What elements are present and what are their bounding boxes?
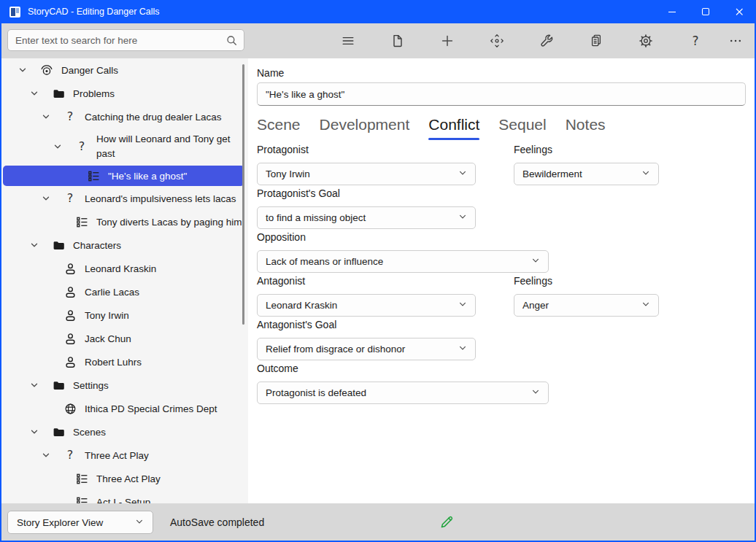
view-selector-value: Story Explorer View bbox=[17, 517, 103, 528]
tree-item-label: Ithica PD Special Crimes Dept bbox=[85, 403, 217, 414]
antagonist-value: Leonard Kraskin bbox=[266, 300, 337, 311]
tree-item[interactable]: Problems bbox=[0, 82, 248, 105]
copy-icon bbox=[589, 34, 603, 48]
editor-pane: Name SceneDevelopmentConflictSequelNotes… bbox=[248, 58, 756, 503]
search-icon[interactable] bbox=[226, 35, 237, 46]
settings-button[interactable] bbox=[631, 26, 660, 55]
chevron-down-icon[interactable] bbox=[29, 427, 39, 436]
help-button[interactable]: ? bbox=[681, 26, 710, 55]
minimize-button[interactable] bbox=[655, 0, 689, 23]
tree-item-label: Jack Chun bbox=[85, 333, 131, 344]
chevron-down-icon[interactable] bbox=[53, 142, 63, 151]
character-icon bbox=[63, 309, 77, 322]
view-selector[interactable]: Story Explorer View bbox=[7, 511, 153, 534]
tab-bar: SceneDevelopmentConflictSequelNotes bbox=[257, 115, 606, 140]
new-file-button[interactable] bbox=[383, 26, 412, 55]
scene-icon bbox=[87, 170, 100, 182]
tree-item-label: Danger Calls bbox=[61, 65, 118, 76]
name-input[interactable] bbox=[257, 82, 746, 106]
tree-item[interactable]: Robert Luhrs bbox=[0, 350, 248, 373]
antagonist-feelings-dropdown[interactable]: Anger bbox=[514, 294, 659, 317]
protagonist-dropdown[interactable]: Tony Irwin bbox=[257, 163, 476, 185]
tools-icon bbox=[539, 34, 554, 48]
move-button[interactable] bbox=[482, 26, 512, 55]
tree-item[interactable]: ?Three Act Play bbox=[0, 444, 248, 467]
tab-development[interactable]: Development bbox=[320, 115, 410, 140]
edit-pencil-button[interactable] bbox=[439, 514, 455, 530]
tree-item[interactable]: Settings bbox=[0, 373, 248, 397]
protagonist-goal-dropdown[interactable]: to find a missing object bbox=[257, 206, 476, 229]
tree-item[interactable]: Ithica PD Special Crimes Dept bbox=[0, 397, 248, 420]
folder-icon bbox=[52, 239, 65, 252]
move-icon bbox=[490, 34, 504, 48]
outcome-field: Outcome Protagonist is defeated bbox=[257, 363, 549, 404]
tree-item[interactable]: Characters bbox=[0, 233, 248, 257]
more-button[interactable] bbox=[721, 26, 750, 55]
character-icon bbox=[63, 263, 77, 275]
maximize-button[interactable] bbox=[689, 0, 722, 23]
antagonist-field: Antagonist Leonard Kraskin bbox=[257, 275, 476, 317]
tree-item-label: How will Leonard and Tony get past bbox=[96, 132, 242, 160]
tree-item-label: Settings bbox=[73, 380, 109, 391]
protagonist-goal-field: Protagonist's Goal to find a missing obj… bbox=[257, 187, 476, 229]
chevron-down-icon bbox=[458, 212, 467, 223]
tree-item-label: Catching the drug dealer Lacas bbox=[85, 112, 222, 123]
navigation-tree-panel: Danger CallsProblems?Catching the drug d… bbox=[0, 58, 248, 503]
antagonist-dropdown[interactable]: Leonard Kraskin bbox=[257, 294, 476, 317]
menu-button[interactable] bbox=[333, 26, 363, 55]
tree-item-label: Carlie Lacas bbox=[85, 287, 139, 298]
tab-sequel[interactable]: Sequel bbox=[498, 115, 546, 140]
tab-scene[interactable]: Scene bbox=[257, 115, 301, 140]
chevron-down-icon[interactable] bbox=[41, 194, 51, 203]
tree-item[interactable]: Scenes bbox=[0, 420, 248, 444]
antagonist-goal-label: Antagonist's Goal bbox=[257, 319, 476, 330]
close-button[interactable] bbox=[722, 0, 756, 23]
tree-item[interactable]: ?Catching the drug dealer Lacas bbox=[0, 105, 248, 128]
tree-item[interactable]: ?How will Leonard and Tony get past bbox=[0, 128, 248, 165]
chevron-down-icon[interactable] bbox=[18, 66, 28, 74]
tools-button[interactable] bbox=[532, 26, 561, 55]
outcome-dropdown[interactable]: Protagonist is defeated bbox=[257, 382, 549, 404]
antagonist-goal-field: Antagonist's Goal Relief from disgrace o… bbox=[257, 319, 476, 360]
opposition-dropdown[interactable]: Lack of means or influence bbox=[257, 250, 549, 273]
problem-icon: ? bbox=[75, 141, 88, 152]
tab-notes[interactable]: Notes bbox=[566, 115, 606, 140]
tree-item-label: Tony Irwin bbox=[85, 310, 129, 321]
add-button[interactable] bbox=[433, 26, 462, 55]
chevron-down-icon[interactable] bbox=[41, 451, 51, 460]
tree-item[interactable]: Tony diverts Lacas by paging him bbox=[0, 210, 248, 233]
chevron-down-icon[interactable] bbox=[41, 112, 51, 121]
storycad-window: StoryCAD - Editing Danger Calls ? Danger… bbox=[0, 0, 756, 542]
search-input[interactable] bbox=[8, 35, 226, 46]
tree-item[interactable]: Leonard Kraskin bbox=[0, 257, 248, 280]
antagonist-goal-dropdown[interactable]: Relief from disgrace or dishonor bbox=[257, 338, 476, 360]
antagonist-label: Antagonist bbox=[257, 275, 476, 287]
character-icon bbox=[63, 286, 77, 298]
tree-item[interactable]: ?Leonard's impulsiveness lets lacas bbox=[0, 187, 248, 210]
problem-icon: ? bbox=[63, 449, 77, 461]
add-icon bbox=[440, 34, 455, 48]
tree-scrollbar[interactable] bbox=[242, 64, 244, 325]
folder-icon bbox=[52, 379, 65, 392]
chevron-down-icon[interactable] bbox=[29, 241, 39, 249]
tree-item[interactable]: "He's like a ghost" bbox=[3, 166, 244, 186]
window-controls bbox=[655, 0, 756, 23]
maximize-icon bbox=[700, 6, 711, 18]
antagonist-feelings-field: Feelings Anger bbox=[514, 275, 659, 317]
tree-item[interactable]: Three Act Play bbox=[0, 467, 248, 490]
tree-item[interactable]: Act I - Setup bbox=[0, 490, 248, 503]
tab-conflict[interactable]: Conflict bbox=[428, 115, 479, 140]
antagonist-goal-value: Relief from disgrace or dishonor bbox=[266, 344, 405, 355]
tree-item[interactable]: Jack Chun bbox=[0, 327, 248, 350]
scene-icon bbox=[75, 216, 88, 228]
tree-item[interactable]: Danger Calls bbox=[0, 58, 248, 82]
name-label: Name bbox=[257, 67, 284, 79]
chevron-down-icon[interactable] bbox=[29, 89, 39, 98]
protagonist-feelings-value: Bewilderment bbox=[522, 169, 582, 179]
protagonist-feelings-dropdown[interactable]: Bewilderment bbox=[514, 163, 659, 185]
tree-item[interactable]: Tony Irwin bbox=[0, 303, 248, 327]
chevron-down-icon bbox=[531, 387, 540, 398]
chevron-down-icon[interactable] bbox=[29, 381, 39, 390]
copy-button[interactable] bbox=[582, 26, 611, 55]
tree-item[interactable]: Carlie Lacas bbox=[0, 280, 248, 303]
